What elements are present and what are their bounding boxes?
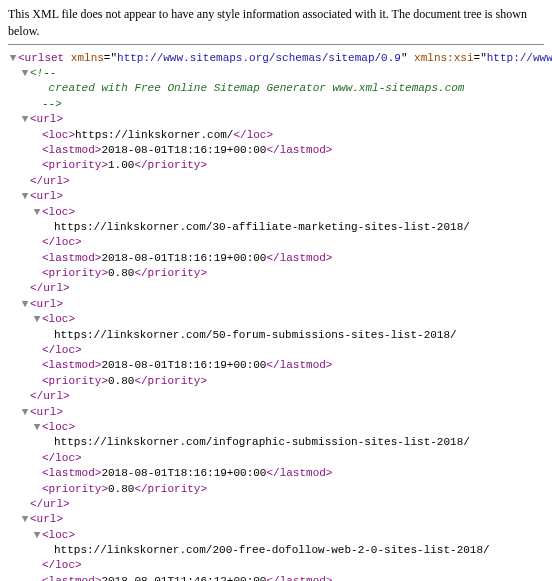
loc-text: https://linkskorner.com/50-forum-submiss… bbox=[8, 328, 544, 343]
url-open: ▼<url> bbox=[8, 112, 544, 127]
toggle-icon[interactable]: ▼ bbox=[20, 189, 30, 204]
style-notice: This XML file does not appear to have an… bbox=[8, 4, 544, 45]
priority: <priority>1.00</priority> bbox=[8, 158, 544, 173]
lastmod: <lastmod>2018-08-01T18:16:19+00:00</last… bbox=[8, 251, 544, 266]
toggle-icon[interactable]: ▼ bbox=[32, 420, 42, 435]
loc-text: https://linkskorner.com/30-affiliate-mar… bbox=[8, 220, 544, 235]
toggle-icon[interactable]: ▼ bbox=[32, 312, 42, 327]
loc-close: </loc> bbox=[8, 343, 544, 358]
url-close: </url> bbox=[8, 497, 544, 512]
xml-tree: ▼<urlset xmlns="http://www.sitemaps.org/… bbox=[8, 51, 544, 581]
url-close: </url> bbox=[8, 174, 544, 189]
priority: <priority>0.80</priority> bbox=[8, 266, 544, 281]
loc-open: ▼<loc> bbox=[8, 205, 544, 220]
url-open: ▼<url> bbox=[8, 297, 544, 312]
lastmod: <lastmod>2018-08-01T18:16:19+00:00</last… bbox=[8, 466, 544, 481]
toggle-icon[interactable]: ▼ bbox=[20, 405, 30, 420]
url-open: ▼<url> bbox=[8, 405, 544, 420]
loc-open: ▼<loc> bbox=[8, 528, 544, 543]
priority: <priority>0.80</priority> bbox=[8, 374, 544, 389]
toggle-icon[interactable]: ▼ bbox=[32, 205, 42, 220]
toggle-icon[interactable]: ▼ bbox=[20, 66, 30, 81]
toggle-icon[interactable]: ▼ bbox=[20, 112, 30, 127]
loc-inline: <loc>https://linkskorner.com/</loc> bbox=[8, 128, 544, 143]
toggle-icon[interactable]: ▼ bbox=[20, 297, 30, 312]
toggle-icon[interactable]: ▼ bbox=[32, 528, 42, 543]
lastmod: <lastmod>2018-08-01T18:16:19+00:00</last… bbox=[8, 358, 544, 373]
loc-close: </loc> bbox=[8, 235, 544, 250]
toggle-icon[interactable]: ▼ bbox=[8, 51, 18, 66]
loc-open: ▼<loc> bbox=[8, 420, 544, 435]
loc-close: </loc> bbox=[8, 451, 544, 466]
priority: <priority>0.80</priority> bbox=[8, 482, 544, 497]
url-open: ▼<url> bbox=[8, 189, 544, 204]
toggle-icon[interactable]: ▼ bbox=[20, 512, 30, 527]
loc-text: https://linkskorner.com/200-free-dofollo… bbox=[8, 543, 544, 558]
loc-close: </loc> bbox=[8, 558, 544, 573]
url-close: </url> bbox=[8, 281, 544, 296]
url-open: ▼<url> bbox=[8, 512, 544, 527]
lastmod: <lastmod>2018-08-01T18:16:19+00:00</last… bbox=[8, 143, 544, 158]
loc-open: ▼<loc> bbox=[8, 312, 544, 327]
url-close: </url> bbox=[8, 389, 544, 404]
loc-text: https://linkskorner.com/infographic-subm… bbox=[8, 435, 544, 450]
lastmod: <lastmod>2018-08-01T11:46:12+00:00</last… bbox=[8, 574, 544, 581]
